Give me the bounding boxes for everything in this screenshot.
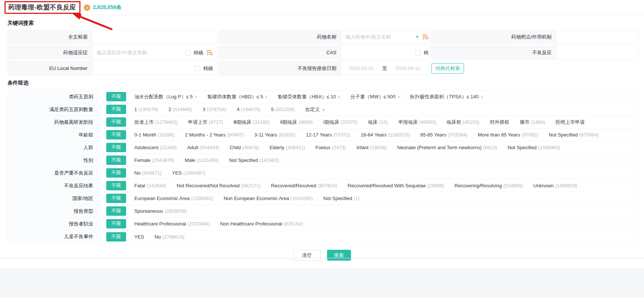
filter-option[interactable]: Male(1141499) [185, 157, 219, 163]
filter-option[interactable]: 18-64 Years(1160020) [361, 132, 410, 138]
filter-option[interactable]: YES(1984387) [172, 170, 205, 176]
filter-option-label: Not Specified [323, 196, 352, 201]
dropdown-caret-icon[interactable]: ▼ [415, 35, 419, 39]
date-end-input[interactable]: 2025-04-12 [396, 65, 421, 71]
filter-option[interactable]: Neonate (Preterm and Term newborns)(6413… [397, 145, 497, 150]
info-icon[interactable]: i [84, 4, 90, 11]
filter-option[interactable]: 撤市(1484) [520, 119, 545, 126]
drug-name-input[interactable] [345, 34, 412, 40]
filter-option[interactable]: More than 85 Years(97092) [478, 132, 538, 138]
filter-option[interactable]: 3(378754) [203, 107, 226, 112]
any-badge[interactable]: 不限 [106, 168, 126, 178]
filter-row: 报告类型不限Spontaneous(2828058) [8, 205, 638, 218]
filter-row-label: 报告类型 [8, 205, 100, 217]
filter-option[interactable]: 拓扑极性表面积（TPSA）≤ 140› [410, 93, 483, 100]
any-badge[interactable]: 不限 [106, 219, 126, 228]
indication-label: 药物适应症 [8, 46, 92, 59]
eu-local-exact-checkbox[interactable] [195, 66, 200, 71]
filter-option[interactable]: 氢键供体数量（HBD）≤ 5› [207, 93, 267, 100]
filter-option[interactable]: Adolescent(21348) [134, 145, 177, 150]
filter-option[interactable]: Fatal(142634) [134, 183, 166, 188]
filter-option[interactable]: YES [134, 234, 144, 240]
any-badge[interactable]: 不限 [106, 232, 126, 242]
indication-exact-checkbox[interactable] [185, 50, 190, 55]
clear-button[interactable]: 清空 [293, 250, 321, 261]
filter-option[interactable]: No(843671) [134, 170, 162, 176]
filter-row: 类药五原则不限油水分配系数（Log P）≤ 5›氢键供体数量（HBD）≤ 5›氢… [8, 90, 638, 103]
any-badge[interactable]: 不限 [106, 105, 126, 114]
filter-option[interactable]: Ⅲ期临床(31390) [234, 119, 270, 126]
any-badge[interactable]: 不限 [106, 194, 126, 203]
any-badge[interactable]: 不限 [106, 156, 126, 165]
filter-option[interactable]: Recovered/Resolved With Sequelae(29586) [348, 183, 444, 188]
cas-exact-checkbox[interactable] [415, 50, 421, 55]
filter-option[interactable]: Not Specified(675984) [549, 132, 599, 138]
filter-option[interactable]: Healthcare Professional(2002894) [134, 221, 210, 227]
filter-option[interactable]: 5(851336) [271, 107, 294, 112]
filter-row-label: 满足类药五原则数量 [8, 103, 100, 116]
filter-option[interactable]: No(2786619) [155, 234, 184, 240]
filter-option[interactable]: 氢键受体数量（HBA）≤ 10› [278, 93, 340, 100]
filter-option[interactable]: 对外授权 [490, 119, 509, 126]
any-badge[interactable]: 不限 [106, 143, 126, 152]
filter-option[interactable]: Non European Economic Area(1541595) [224, 196, 313, 201]
filter-option[interactable]: 申请上市(4727) [188, 119, 223, 126]
filter-option[interactable]: Recovered/Resolved(857624) [271, 183, 337, 188]
filter-option[interactable]: Infant(18038) [356, 145, 387, 150]
filter-option[interactable]: 2 Months - 2 Years(60467) [185, 132, 244, 138]
filter-option[interactable]: Not Specified(1938463) [508, 145, 561, 150]
filter-option[interactable]: 临床(15) [368, 119, 388, 126]
date-start-input[interactable]: 2020-01-01 [349, 65, 374, 71]
filter-option[interactable]: 4(164075) [237, 107, 260, 112]
filter-option-count: (164075) [241, 107, 260, 112]
advanced-filter-icon[interactable] [206, 50, 213, 56]
filter-option[interactable]: Non Healthcare Professional(825164) [220, 221, 303, 227]
filter-option[interactable]: Adult(504434) [187, 145, 219, 150]
filter-option[interactable]: Elderly(306411) [269, 145, 305, 150]
filter-option[interactable]: 临床前(45103) [446, 119, 479, 126]
indication-input[interactable] [96, 49, 182, 56]
filter-option[interactable]: 12-17 Years(57371) [306, 132, 350, 138]
filter-option[interactable]: 自定义∨ [305, 106, 325, 113]
filter-option[interactable]: 分子量（MW）≤ 500› [350, 93, 399, 100]
filter-option[interactable]: 2(424840) [168, 107, 192, 112]
any-badge[interactable]: 不限 [106, 181, 126, 190]
any-badge[interactable]: 不限 [106, 130, 126, 139]
filter-option[interactable]: 0-1 Month(10398) [134, 132, 174, 138]
filter-option[interactable]: 油水分配系数（Log P）≤ 5› [134, 93, 197, 100]
search-button[interactable]: 搜索 [327, 250, 351, 261]
filter-option-count: (30478) [242, 145, 259, 150]
filter-option[interactable]: Not Specified(1) [323, 196, 360, 201]
filter-option[interactable]: Child(30478) [230, 145, 259, 150]
eu-local-number-input[interactable] [96, 65, 192, 71]
structure-search-button[interactable]: 结构式检索 [431, 63, 464, 74]
adverse-reaction-input[interactable] [560, 49, 635, 56]
filter-option[interactable]: 3-11 Years(63332) [254, 132, 296, 138]
any-badge[interactable]: 不限 [106, 92, 126, 101]
filter-option[interactable]: Unknown(1490929) [533, 183, 577, 188]
filter-option-count: (8689) [299, 119, 313, 125]
filter-option[interactable]: European Economic Area(1286462) [134, 196, 213, 201]
filter-option[interactable]: Recovering/Resolving(514809) [455, 183, 523, 188]
any-badge[interactable]: 不限 [106, 206, 126, 216]
filter-option[interactable]: Not Recovered/Not Resolved(562171) [177, 183, 260, 188]
filter-option[interactable]: Not Specified(142883) [229, 157, 279, 163]
filter-option[interactable]: Ⅰ期临床(37070) [323, 119, 358, 126]
filter-option[interactable]: Foetus(2473) [315, 145, 346, 150]
filter-option[interactable]: 65-85 Years(703394) [421, 132, 467, 138]
filter-option[interactable]: 1(190579) [134, 107, 158, 112]
filter-row-label: 报告者职业 [8, 218, 100, 230]
filter-option[interactable]: 申报临床(40933) [398, 119, 436, 126]
filter-option[interactable]: Female(1543676) [134, 157, 174, 163]
filter-option[interactable]: Spontaneous(2828058) [134, 208, 187, 214]
filter-option[interactable]: 拒绝上市申请 [556, 119, 585, 126]
filter-option-label: No [155, 234, 161, 240]
cas-input[interactable] [345, 49, 412, 56]
advanced-filter-icon[interactable] [422, 34, 428, 40]
any-badge[interactable]: 不限 [106, 117, 126, 127]
filter-option[interactable]: Ⅱ期临床(8689) [280, 119, 313, 126]
drug-target-input[interactable] [560, 34, 635, 40]
full-text-input[interactable] [96, 34, 213, 40]
filter-option[interactable]: 批准上市(1279483) [134, 119, 177, 126]
filter-row: 是否严重不良反应不限No(843671)YES(1984387) [8, 167, 638, 179]
